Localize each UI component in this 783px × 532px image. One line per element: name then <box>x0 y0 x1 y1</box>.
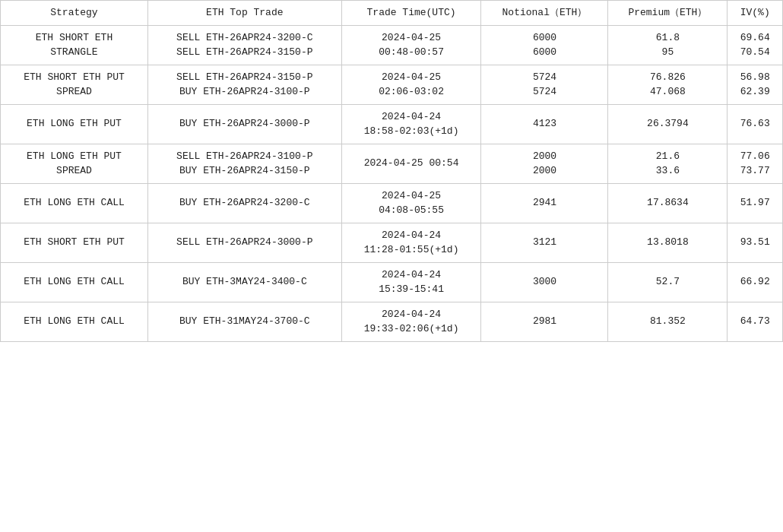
cell-premium: 52.7 <box>608 262 728 302</box>
header-strategy: Strategy <box>1 1 148 26</box>
cell-premium: 17.8634 <box>608 183 728 223</box>
cell-time: 2024-04-25 04:08-05:55 <box>341 183 481 223</box>
cell-trade: SELL ETH-26APR24-3200-C SELL ETH-26APR24… <box>147 25 341 65</box>
table-row: ETH SHORT ETH PUT SPREADSELL ETH-26APR24… <box>1 65 783 104</box>
cell-iv: 69.64 70.54 <box>728 25 783 65</box>
cell-strategy: ETH SHORT ETH PUT <box>1 223 148 262</box>
table-row: ETH SHORT ETH STRANGLESELL ETH-26APR24-3… <box>1 25 783 65</box>
cell-premium: 81.352 <box>608 302 728 341</box>
cell-iv: 51.97 <box>728 183 783 223</box>
cell-time: 2024-04-25 00:54 <box>341 144 481 183</box>
cell-time: 2024-04-24 11:28-01:55(+1d) <box>341 223 481 262</box>
cell-time: 2024-04-24 19:33-02:06(+1d) <box>341 302 481 341</box>
cell-time: 2024-04-24 18:58-02:03(+1d) <box>341 104 481 144</box>
cell-strategy: ETH LONG ETH CALL <box>1 302 148 341</box>
cell-strategy: ETH SHORT ETH STRANGLE <box>1 25 148 65</box>
cell-strategy: ETH LONG ETH CALL <box>1 183 148 223</box>
cell-trade: BUY ETH-26APR24-3000-P <box>147 104 341 144</box>
header-trade-time: Trade Time(UTC) <box>341 1 481 26</box>
cell-notional: 2000 2000 <box>481 144 608 183</box>
cell-iv: 64.73 <box>728 302 783 341</box>
cell-trade: SELL ETH-26APR24-3150-P BUY ETH-26APR24-… <box>147 65 341 104</box>
cell-notional: 4123 <box>481 104 608 144</box>
cell-time: 2024-04-24 15:39-15:41 <box>341 262 481 302</box>
cell-notional: 3000 <box>481 262 608 302</box>
cell-iv: 56.98 62.39 <box>728 65 783 104</box>
table-row: ETH LONG ETH PUT SPREADSELL ETH-26APR24-… <box>1 144 783 183</box>
cell-notional: 2941 <box>481 183 608 223</box>
cell-notional: 6000 6000 <box>481 25 608 65</box>
cell-strategy: ETH LONG ETH PUT SPREAD <box>1 144 148 183</box>
cell-iv: 77.06 73.77 <box>728 144 783 183</box>
cell-iv: 93.51 <box>728 223 783 262</box>
table-row: ETH SHORT ETH PUTSELL ETH-26APR24-3000-P… <box>1 223 783 262</box>
table-row: ETH LONG ETH CALLBUY ETH-3MAY24-3400-C20… <box>1 262 783 302</box>
cell-strategy: ETH SHORT ETH PUT SPREAD <box>1 65 148 104</box>
header-eth-top-trade: ETH Top Trade <box>147 1 341 26</box>
cell-strategy: ETH LONG ETH PUT <box>1 104 148 144</box>
table-row: ETH LONG ETH CALLBUY ETH-31MAY24-3700-C2… <box>1 302 783 341</box>
cell-trade: BUY ETH-31MAY24-3700-C <box>147 302 341 341</box>
cell-time: 2024-04-25 00:48-00:57 <box>341 25 481 65</box>
cell-iv: 76.63 <box>728 104 783 144</box>
cell-trade: BUY ETH-26APR24-3200-C <box>147 183 341 223</box>
cell-trade: SELL ETH-26APR24-3000-P <box>147 223 341 262</box>
cell-trade: SELL ETH-26APR24-3100-P BUY ETH-26APR24-… <box>147 144 341 183</box>
header-iv: IV(%) <box>728 1 783 26</box>
header-premium: Premium（ETH） <box>608 1 728 26</box>
cell-strategy: ETH LONG ETH CALL <box>1 262 148 302</box>
cell-premium: 61.8 95 <box>608 25 728 65</box>
eth-top-trade-table: Strategy ETH Top Trade Trade Time(UTC) N… <box>0 0 783 342</box>
cell-notional: 2981 <box>481 302 608 341</box>
cell-notional: 3121 <box>481 223 608 262</box>
cell-notional: 5724 5724 <box>481 65 608 104</box>
table-row: ETH LONG ETH CALLBUY ETH-26APR24-3200-C2… <box>1 183 783 223</box>
cell-trade: BUY ETH-3MAY24-3400-C <box>147 262 341 302</box>
cell-premium: 26.3794 <box>608 104 728 144</box>
cell-iv: 66.92 <box>728 262 783 302</box>
header-notional: Notional（ETH） <box>481 1 608 26</box>
cell-premium: 13.8018 <box>608 223 728 262</box>
table-row: ETH LONG ETH PUTBUY ETH-26APR24-3000-P20… <box>1 104 783 144</box>
cell-premium: 76.826 47.068 <box>608 65 728 104</box>
cell-time: 2024-04-25 02:06-03:02 <box>341 65 481 104</box>
cell-premium: 21.6 33.6 <box>608 144 728 183</box>
